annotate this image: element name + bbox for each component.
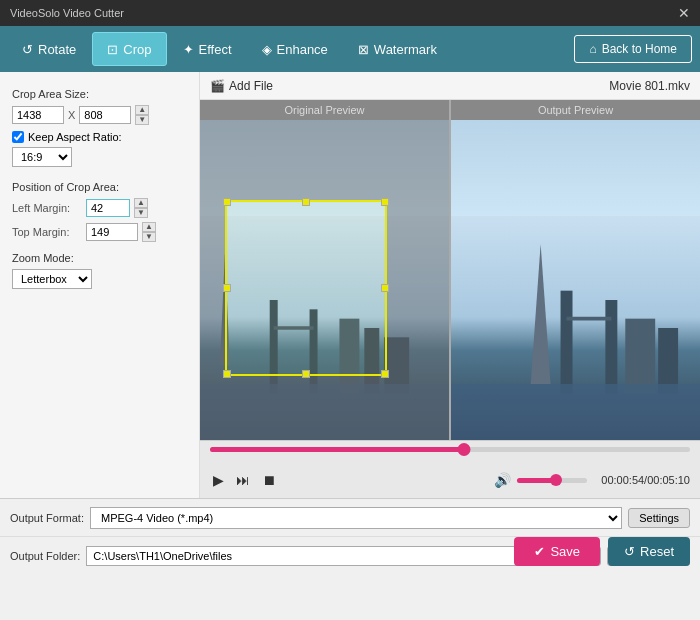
progress-fill — [210, 447, 464, 452]
controls-bar: ▶ ⏭ ⏹ 🔊 00:00:54/00:05:10 — [200, 462, 700, 498]
volume-track[interactable] — [517, 478, 587, 483]
left-margin-row: Left Margin: ▲ ▼ — [12, 198, 187, 218]
svg-rect-16 — [451, 384, 700, 440]
crop-button[interactable]: ⊡ Crop — [92, 32, 166, 66]
original-preview-label: Original Preview — [200, 100, 449, 120]
toolbar: ↺ Rotate ⊡ Crop ✦ Effect ◈ Enhance ⊠ Wat… — [0, 26, 700, 72]
crop-label: Crop — [123, 42, 151, 57]
left-margin-label: Left Margin: — [12, 202, 82, 214]
left-panel: Crop Area Size: X ▲ ▼ Keep Aspect Ratio:… — [0, 72, 200, 498]
enhance-icon: ◈ — [262, 42, 272, 57]
zoom-mode-label: Zoom Mode: — [12, 252, 187, 264]
video-top-bar: 🎬 Add File Movie 801.mkv — [200, 72, 700, 100]
height-input[interactable] — [79, 106, 131, 124]
aspect-ratio-select[interactable]: 16:9 4:3 1:1 — [12, 147, 72, 167]
add-file-button[interactable]: 🎬 Add File — [210, 79, 273, 93]
save-button[interactable]: ✔ Save — [514, 537, 600, 566]
stop-button[interactable]: ⏹ — [259, 469, 279, 491]
left-margin-spinner[interactable]: ▲ ▼ — [134, 198, 148, 218]
size-spinner[interactable]: ▲ ▼ — [135, 105, 149, 125]
keep-aspect-ratio-row: Keep Aspect Ratio: — [12, 131, 187, 143]
original-preview-panel: Original Preview — [200, 100, 449, 440]
step-forward-button[interactable]: ⏭ — [233, 469, 253, 491]
timeline-bar — [200, 440, 700, 462]
keep-aspect-ratio-checkbox[interactable] — [12, 131, 24, 143]
left-margin-input[interactable] — [86, 199, 130, 217]
crop-handle-mr[interactable] — [381, 284, 389, 292]
size-row: X ▲ ▼ — [12, 105, 187, 125]
app-title: VideoSolo Video Cutter — [10, 7, 124, 19]
settings-button[interactable]: Settings — [628, 508, 690, 528]
rotate-label: Rotate — [38, 42, 76, 57]
volume-thumb[interactable] — [550, 474, 562, 486]
preview-row: Original Preview — [200, 100, 700, 440]
reset-button[interactable]: ↺ Reset — [608, 537, 690, 566]
reset-label: Reset — [640, 544, 674, 559]
output-format-label: Output Format: — [10, 512, 84, 524]
save-icon: ✔ — [534, 544, 545, 559]
step-forward-icon: ⏭ — [236, 472, 250, 488]
effect-button[interactable]: ✦ Effect — [169, 32, 246, 66]
output-folder-label: Output Folder: — [10, 550, 80, 562]
crop-handle-bl[interactable] — [223, 370, 231, 378]
reset-icon: ↺ — [624, 544, 635, 559]
effect-label: Effect — [199, 42, 232, 57]
file-name: Movie 801.mkv — [609, 79, 690, 93]
effect-icon: ✦ — [183, 42, 194, 57]
progress-thumb[interactable] — [458, 443, 471, 456]
crop-overlay-left — [200, 200, 225, 376]
stop-icon: ⏹ — [262, 472, 276, 488]
crop-overlay-bottom — [200, 376, 449, 440]
crop-overlay-right — [387, 200, 449, 376]
keep-aspect-ratio-label: Keep Aspect Ratio: — [28, 131, 122, 143]
time-display: 00:00:54/00:05:10 — [601, 474, 690, 486]
crop-handle-tc[interactable] — [302, 198, 310, 206]
watermark-icon: ⊠ — [358, 42, 369, 57]
svg-rect-14 — [625, 319, 655, 394]
add-file-label: Add File — [229, 79, 273, 93]
play-icon: ▶ — [213, 472, 224, 488]
volume-icon: 🔊 — [494, 472, 511, 488]
x-separator: X — [68, 109, 75, 121]
width-input[interactable] — [12, 106, 64, 124]
crop-handle-ml[interactable] — [223, 284, 231, 292]
title-bar: VideoSolo Video Cutter ✕ — [0, 0, 700, 26]
rotate-button[interactable]: ↺ Rotate — [8, 32, 90, 66]
action-buttons: ✔ Save ↺ Reset — [514, 537, 690, 566]
output-city-scene — [451, 120, 700, 440]
crop-handle-tr[interactable] — [381, 198, 389, 206]
format-select[interactable]: MPEG-4 Video (*.mp4) — [90, 507, 622, 529]
bottom-bar: Output Format: MPEG-4 Video (*.mp4) Sett… — [0, 498, 700, 578]
progress-track[interactable] — [210, 447, 690, 452]
close-button[interactable]: ✕ — [678, 6, 690, 20]
crop-handle-br[interactable] — [381, 370, 389, 378]
save-label: Save — [550, 544, 580, 559]
rotate-icon: ↺ — [22, 42, 33, 57]
play-button[interactable]: ▶ — [210, 469, 227, 491]
enhance-button[interactable]: ◈ Enhance — [248, 32, 342, 66]
watermark-button[interactable]: ⊠ Watermark — [344, 32, 451, 66]
output-buildings-svg — [451, 216, 700, 440]
main-content: Crop Area Size: X ▲ ▼ Keep Aspect Ratio:… — [0, 72, 700, 498]
crop-handle-bc[interactable] — [302, 370, 310, 378]
zoom-mode-select[interactable]: Letterbox Pan & Scan Full — [12, 269, 92, 289]
position-label: Position of Crop Area: — [12, 181, 187, 193]
crop-box[interactable] — [225, 200, 387, 376]
enhance-label: Enhance — [277, 42, 328, 57]
original-video-area — [200, 120, 449, 440]
folder-path: C:\Users\TH1\OneDrive\files — [86, 546, 569, 566]
crop-icon: ⊡ — [107, 42, 118, 57]
output-format-row: Output Format: MPEG-4 Video (*.mp4) Sett… — [0, 499, 700, 537]
crop-area-size-label: Crop Area Size: — [12, 88, 187, 100]
home-icon: ⌂ — [589, 42, 596, 56]
top-margin-input[interactable] — [86, 223, 138, 241]
watermark-label: Watermark — [374, 42, 437, 57]
crop-overlay-top — [200, 120, 449, 200]
video-area: 🎬 Add File Movie 801.mkv Original Previe… — [200, 72, 700, 498]
output-preview-label: Output Preview — [451, 100, 700, 120]
crop-handle-tl[interactable] — [223, 198, 231, 206]
top-margin-spinner[interactable]: ▲ ▼ — [142, 222, 156, 242]
svg-rect-11 — [561, 291, 573, 394]
back-home-label: Back to Home — [602, 42, 677, 56]
back-home-button[interactable]: ⌂ Back to Home — [574, 35, 692, 63]
